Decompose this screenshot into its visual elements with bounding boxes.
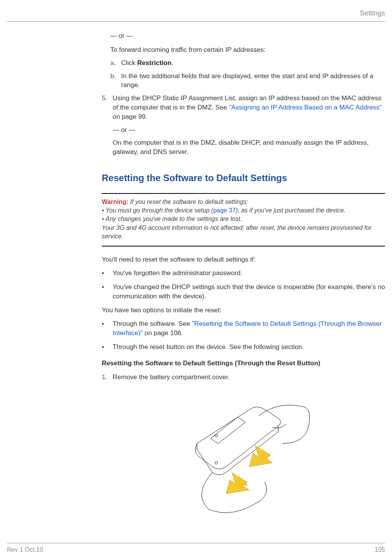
warning-lead: If you reset the software to default set… — [128, 199, 248, 205]
page-footer: Rev 1 Oct.10 105 — [7, 543, 385, 554]
svg-point-0 — [215, 435, 218, 437]
option-1-post: on page 106. — [143, 329, 183, 337]
need-item-1: • You've forgotten the administrator pas… — [102, 269, 385, 278]
need-item-2-text: You've changed the DHCP settings such th… — [113, 282, 385, 301]
warn-bullet1-post: ), as if you've just purchased the devic… — [236, 207, 346, 214]
reset-step-1: 1. Remove the battery compartment cover. — [102, 373, 385, 382]
substep-b-text: In the two additional fields that are di… — [121, 72, 385, 90]
step-5-post: on page 99. — [113, 113, 147, 120]
link-page-37[interactable]: page 37 — [213, 207, 236, 214]
options-intro: You have two options to initiate the res… — [102, 306, 385, 315]
or-separator-1: — or — — [110, 31, 385, 41]
page-header: Settings — [7, 9, 385, 22]
reset-step-1-text: Remove the battery compartment cover. — [113, 373, 385, 382]
step-5-or: — or — — [113, 125, 385, 135]
heading-reset-button: Resetting the Software to Default Settin… — [102, 359, 385, 368]
battery-cover-illustration-icon — [170, 385, 317, 513]
warn-tail: Your 3G and 4G account information is no… — [102, 224, 385, 241]
substep-a: a. Click Restriction. — [110, 58, 385, 68]
option-1-text: Through the software. See "Resetting the… — [113, 319, 385, 338]
option-1: • Through the software. See "Resetting t… — [102, 319, 385, 338]
substep-a-pre: Click — [121, 59, 137, 67]
option-2: • Through the reset button on the device… — [102, 342, 385, 352]
warning-box: Warning: If you reset the software to de… — [102, 193, 385, 246]
restriction-label: Restriction — [137, 59, 172, 67]
step-5: 5. Using the DHCP Static IP Assignment L… — [102, 94, 385, 161]
footer-revision: Rev 1 Oct.10 — [7, 546, 43, 554]
footer-page-number: 105 — [375, 546, 385, 554]
bullet-marker: • — [102, 282, 113, 301]
bullet-marker: • — [102, 269, 113, 278]
warn-bullet1-pre: • You must go through the device setup ( — [102, 207, 213, 214]
substep-a-text: Click Restriction. — [121, 58, 385, 68]
need-item-1-text: You've forgotten the administrator passw… — [113, 269, 385, 278]
step-5-text: Using the DHCP Static IP Assignment List… — [113, 94, 385, 161]
warning-label: Warning: — [102, 199, 128, 205]
substep-a-marker: a. — [110, 58, 121, 68]
step-5-alt: On the computer that is in the DMZ, disa… — [113, 138, 385, 157]
main-content: — or — To forward incoming traffic from … — [102, 31, 385, 516]
header-section-label: Settings — [360, 9, 385, 17]
bullet-marker: • — [102, 319, 113, 338]
svg-point-1 — [215, 462, 218, 464]
need-item-2: • You've changed the DHCP settings such … — [102, 282, 385, 301]
step-5-marker: 5. — [102, 94, 113, 161]
figure-battery-cover — [102, 385, 385, 516]
substep-b: b. In the two additional fields that are… — [110, 72, 385, 90]
substep-a-post: . — [171, 59, 173, 67]
option-2-text: Through the reset button on the device. … — [113, 342, 385, 352]
substep-b-marker: b. — [110, 72, 121, 90]
reset-step-1-marker: 1. — [102, 373, 113, 382]
option-1-pre: Through the software. See — [113, 320, 192, 327]
need-intro: You'll need to reset the software to def… — [102, 255, 385, 264]
warn-bullet2: • Any changes you've made to the setting… — [102, 215, 385, 223]
bullet-marker: • — [102, 342, 113, 352]
link-assign-ip[interactable]: "Assigning an IP Address Based on a MAC … — [229, 104, 382, 111]
heading-reset-software: Resetting the Software to Default Settin… — [102, 171, 385, 185]
forward-intro: To forward incoming traffic from certain… — [110, 45, 385, 55]
